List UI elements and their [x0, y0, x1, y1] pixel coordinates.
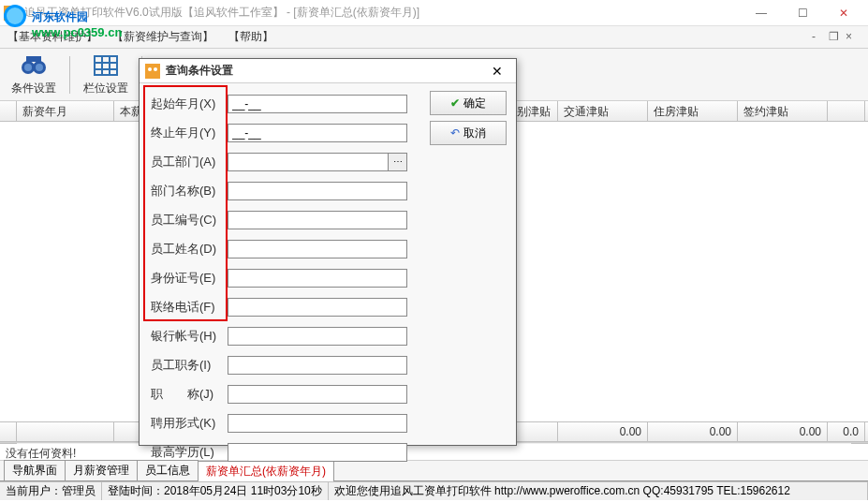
grid-footer-cell: 0.0: [828, 422, 865, 441]
field-label: 终止年月(Y): [147, 125, 228, 141]
cancel-button[interactable]: ↶取消: [430, 121, 507, 145]
close-button[interactable]: ✕: [823, 0, 864, 26]
field-label: 职 称(J): [147, 386, 228, 403]
form-row: 员工编号(C): [147, 205, 407, 234]
cancel-icon: ↶: [450, 126, 460, 140]
field-input[interactable]: [228, 240, 407, 258]
field-label: 员工姓名(D): [147, 241, 228, 258]
svg-point-5: [24, 64, 32, 71]
field-input[interactable]: [228, 153, 389, 171]
grid-footer-cell: 0.00: [738, 422, 828, 441]
form-row: 员工职务(I): [147, 350, 407, 379]
svg-point-14: [148, 67, 152, 71]
form-row: 聘用形式(K): [147, 408, 407, 437]
svg-rect-13: [145, 64, 160, 79]
form-row: 起始年月(X): [147, 89, 407, 118]
ok-button[interactable]: ✔确定: [430, 91, 507, 115]
svg-point-15: [154, 67, 157, 71]
form-row: 银行帐号(H): [147, 321, 407, 350]
form-row: 部门名称(B): [147, 176, 407, 205]
status-welcome: 欢迎您使用追风工资单打印软件 http://www.pweroffice.com…: [329, 482, 868, 500]
document-tabs: 导航界面 月薪资管理 员工信息 薪资单汇总(依薪资年月): [0, 461, 868, 481]
form-row: 身份证号(E): [147, 263, 407, 292]
field-input[interactable]: [228, 414, 407, 433]
grid-footer-cell: 0.00: [558, 422, 648, 441]
check-icon: ✔: [450, 96, 460, 110]
app-icon: [4, 6, 19, 21]
form-row: 员工姓名(D): [147, 234, 407, 263]
grid-header-cell[interactable]: 别津贴: [511, 101, 558, 121]
field-label: 银行帐号(H): [147, 328, 228, 345]
grid-header-cell[interactable]: 签约津贴: [738, 101, 828, 121]
maximize-button[interactable]: ☐: [782, 0, 823, 26]
window-title: 追风工资单打印软件V6.0试用版【追风软件工作室】 - [薪资单汇总(依薪资年月…: [24, 5, 741, 21]
svg-point-6: [36, 64, 43, 71]
status-user: 当前用户：管理员: [0, 482, 102, 500]
window-titlebar: 追风工资单打印软件V6.0试用版【追风软件工作室】 - [薪资单汇总(依薪资年月…: [0, 0, 868, 26]
grid-header-cell[interactable]: 交通津贴: [558, 101, 648, 121]
field-label: 员工职务(I): [147, 357, 228, 374]
svg-point-2: [12, 9, 16, 13]
grid-header-indicator[interactable]: [0, 101, 17, 121]
field-label: 聘用形式(K): [147, 415, 228, 432]
dialog-title-text: 查询条件设置: [166, 63, 484, 79]
binoculars-icon: [21, 52, 47, 79]
svg-rect-0: [4, 6, 19, 21]
no-data-message: 没有任何资料!: [0, 444, 868, 461]
mdi-minimize-button[interactable]: -: [812, 30, 827, 45]
conditions-button[interactable]: 条件设置: [4, 51, 64, 99]
scroll-right-button[interactable]: ►: [851, 443, 868, 444]
field-input[interactable]: [228, 298, 407, 317]
form-row: 员工部门(A)⋯: [147, 147, 407, 176]
field-input[interactable]: [228, 385, 407, 404]
menu-bar: 【基本资料维护】 【薪资维护与查询】 【帮助】 - ❐ ×: [0, 26, 868, 49]
grid-footer-cell: 0.00: [648, 422, 738, 441]
scroll-left-button[interactable]: ◄: [0, 443, 17, 444]
field-label: 最高学历(L): [147, 444, 228, 461]
lookup-button[interactable]: ⋯: [389, 153, 407, 171]
field-input[interactable]: [228, 182, 407, 200]
field-label: 身份证号(E): [147, 270, 228, 287]
status-bar: 当前用户：管理员 登陆时间：2018年05月24日 11时03分10秒 欢迎您使…: [0, 481, 868, 500]
grid-header-cell[interactable]: 薪资年月: [17, 101, 114, 121]
field-label: 员工部门(A): [147, 154, 228, 170]
svg-point-1: [7, 9, 10, 13]
field-label: 部门名称(B): [147, 183, 228, 199]
menu-basic-data[interactable]: 【基本资料维护】: [7, 29, 97, 45]
field-label: 员工编号(C): [147, 212, 228, 229]
menu-help[interactable]: 【帮助】: [228, 29, 273, 45]
dialog-icon: [145, 64, 160, 79]
form-row: 终止年月(Y): [147, 118, 407, 147]
dialog-close-button[interactable]: ✕: [484, 62, 510, 81]
field-label: 起始年月(X): [147, 96, 228, 112]
mdi-close-button[interactable]: ×: [846, 30, 861, 45]
grid-icon: [93, 52, 119, 79]
svg-rect-8: [95, 56, 117, 75]
field-input[interactable]: [228, 95, 407, 113]
field-input[interactable]: [228, 211, 407, 229]
form-row: 最高学历(L): [147, 437, 407, 466]
field-input[interactable]: [228, 124, 407, 142]
grid-header-cell[interactable]: [828, 101, 865, 121]
grid-header-cell[interactable]: 住房津贴: [648, 101, 738, 121]
svg-rect-7: [26, 56, 41, 62]
menu-salary-query[interactable]: 【薪资维护与查询】: [112, 29, 213, 45]
status-login-time: 登陆时间：2018年05月24日 11时03分10秒: [102, 482, 329, 500]
dialog-titlebar[interactable]: 查询条件设置 ✕: [140, 59, 516, 83]
field-input[interactable]: [228, 327, 407, 346]
mdi-restore-button[interactable]: ❐: [829, 30, 844, 45]
field-label: 联络电话(F): [147, 299, 228, 316]
columns-button[interactable]: 栏位设置: [76, 51, 136, 99]
field-input[interactable]: [228, 356, 407, 375]
form-row: 职 称(J): [147, 379, 407, 408]
toolbar-separator: [69, 56, 70, 94]
field-input[interactable]: [228, 443, 407, 462]
tab-nav[interactable]: 导航界面: [4, 460, 66, 480]
form-row: 联络电话(F): [147, 292, 407, 321]
field-input[interactable]: [228, 269, 407, 288]
query-conditions-dialog: 查询条件设置 ✕ 起始年月(X)终止年月(Y)员工部门(A)⋯部门名称(B)员工…: [139, 58, 517, 446]
minimize-button[interactable]: —: [741, 0, 782, 26]
tab-monthly-salary[interactable]: 月薪资管理: [65, 460, 138, 480]
